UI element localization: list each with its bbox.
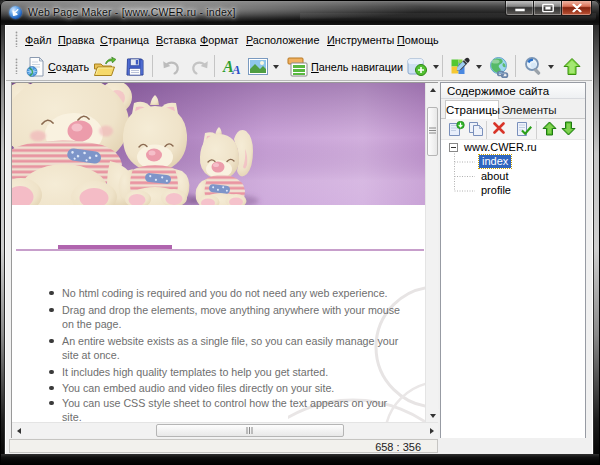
svg-text:A: A (231, 62, 241, 77)
